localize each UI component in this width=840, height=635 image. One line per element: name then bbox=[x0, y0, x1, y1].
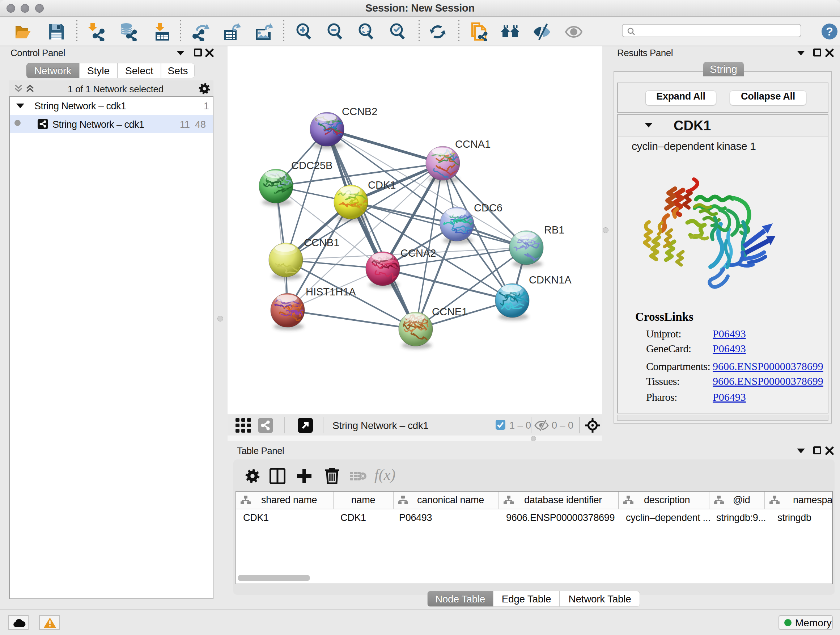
svg-text:CCNB1: CCNB1 bbox=[304, 237, 339, 249]
svg-text:RB1: RB1 bbox=[544, 224, 564, 236]
svg-text:CCNE1: CCNE1 bbox=[432, 306, 467, 318]
svg-text:CCNB2: CCNB2 bbox=[342, 106, 377, 117]
svg-text:CCNA1: CCNA1 bbox=[455, 138, 491, 150]
svg-text:CDK1: CDK1 bbox=[368, 179, 396, 191]
svg-text:CCNA2: CCNA2 bbox=[401, 247, 436, 259]
svg-text:CDKN1A: CDKN1A bbox=[529, 274, 572, 286]
svg-text:CDC6: CDC6 bbox=[474, 202, 502, 214]
svg-text:HIST1H1A: HIST1H1A bbox=[306, 286, 356, 298]
svg-text:CDC25B: CDC25B bbox=[291, 160, 332, 171]
